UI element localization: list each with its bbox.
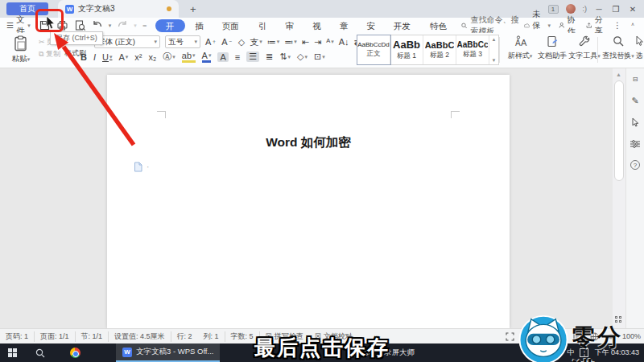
style-sample: AaBbCcDd bbox=[357, 41, 390, 48]
subscript-button[interactable]: x₂ bbox=[149, 52, 157, 62]
margin-mark bbox=[157, 111, 166, 118]
tab-home[interactable]: 开始 bbox=[155, 19, 186, 32]
font-size-select[interactable]: 五号 ▾ bbox=[165, 35, 200, 48]
pen-annotate-icon[interactable]: ✎ bbox=[630, 95, 641, 106]
find-replace-button[interactable]: 查找替换▾ bbox=[601, 35, 636, 61]
vertical-scrollbar[interactable]: ▲ bbox=[613, 68, 625, 328]
sort-button[interactable]: A↓ bbox=[339, 37, 349, 47]
margin-mark bbox=[451, 111, 460, 118]
bullet-list-button[interactable]: ≔▾ bbox=[267, 37, 280, 47]
text-layout-button[interactable]: 支▾ bbox=[250, 36, 262, 48]
scissors-icon: ✂ bbox=[39, 38, 45, 46]
chevron-down-icon: ▾ bbox=[27, 23, 31, 29]
scrollbar-thumb[interactable] bbox=[614, 80, 624, 181]
align-center-button[interactable]: ☰ bbox=[246, 51, 259, 62]
style-normal[interactable]: AaBbCcDd 正文 bbox=[357, 35, 390, 64]
find-replace-label: 查找替换 bbox=[602, 51, 631, 60]
justify-button[interactable]: ≣ bbox=[266, 51, 273, 62]
wps-writer-window: 首页 W 文字文稿3 + 1 :) ─ ❐ ✕ ☰ 文件 ▾ bbox=[0, 0, 644, 362]
font-color-button[interactable]: A▾ bbox=[202, 51, 212, 63]
scroll-up-icon[interactable]: ▲ bbox=[616, 72, 621, 77]
font-name-select[interactable]: 宋体 (正文) ▾ bbox=[94, 35, 160, 48]
superscript-button[interactable]: x² bbox=[134, 52, 142, 62]
chevron-down-icon: ▾ bbox=[191, 39, 197, 45]
save-button[interactable] bbox=[39, 19, 51, 31]
doc-assistant-button[interactable]: 文档助手 bbox=[535, 35, 570, 61]
tab-dev-tools[interactable]: 开发工具 bbox=[386, 19, 420, 32]
new-tab-button[interactable]: + bbox=[190, 3, 196, 15]
print-preview-button[interactable] bbox=[74, 19, 86, 31]
tab-page-layout[interactable]: 页面布局 bbox=[214, 19, 249, 32]
redo-button[interactable] bbox=[117, 20, 128, 31]
ribbon-tab-list: 开始 插入 页面布局 引用 审阅 视图 章节 安全 开发工具 特色功能 bbox=[155, 19, 456, 32]
increase-indent-button[interactable]: ⇥ bbox=[314, 37, 321, 47]
highlight-button[interactable]: ab▾ bbox=[182, 51, 196, 63]
bold-button[interactable]: B bbox=[80, 52, 87, 62]
style-heading3[interactable]: AaBbCc 标题 3 bbox=[456, 35, 489, 64]
decrease-indent-button[interactable]: ⇤ bbox=[302, 37, 309, 47]
clear-format-button[interactable]: ◇ bbox=[238, 37, 245, 47]
search-icon bbox=[461, 22, 467, 30]
document-tab[interactable]: W 文字文稿3 bbox=[58, 0, 179, 18]
style-sample: AaBbC bbox=[425, 40, 455, 50]
character-shading-button[interactable]: A bbox=[217, 52, 228, 62]
image-anchor[interactable]: · bbox=[134, 162, 149, 172]
style-label: 标题 2 bbox=[430, 51, 449, 60]
style-heading2[interactable]: AaBbC 标题 2 bbox=[423, 35, 456, 64]
more-options-icon[interactable]: ⋮ bbox=[613, 21, 621, 30]
phonetic-guide-button[interactable]: Ⓐ▾ bbox=[163, 51, 175, 63]
copy-button[interactable]: ⧉ 复制 bbox=[39, 48, 61, 60]
clipboard-icon bbox=[14, 35, 28, 51]
character-scale-button[interactable]: ᴬ▾ bbox=[326, 37, 334, 47]
wrench-icon bbox=[579, 35, 591, 47]
font-size-value: 五号 bbox=[168, 37, 184, 47]
home-tab-label: 首页 bbox=[19, 3, 35, 14]
undo-button[interactable] bbox=[92, 20, 103, 31]
style-label: 标题 1 bbox=[397, 51, 416, 61]
decrease-font-button[interactable]: A－ bbox=[221, 37, 233, 47]
new-style-button[interactable]: AA 新样式▾ bbox=[502, 35, 538, 61]
paragraph-shading-button[interactable]: ◇▾ bbox=[297, 51, 308, 62]
copy-label: 复制 bbox=[46, 50, 60, 58]
font-name-value: 宋体 (正文) bbox=[97, 37, 135, 47]
new-style-label: 新样式 bbox=[508, 51, 530, 60]
svg-text:A: A bbox=[521, 38, 527, 47]
gallery-scroll-down-icon[interactable]: ▼ bbox=[492, 58, 497, 63]
document-area: Word 如何加密 · ▲ ⊟ ✎ ? bbox=[0, 68, 644, 328]
tab-review[interactable]: 审阅 bbox=[278, 19, 303, 32]
paste-button[interactable]: 粘贴▾ bbox=[6, 35, 35, 64]
wps-doc-icon: W bbox=[65, 5, 74, 14]
align-left-button[interactable]: ≡ bbox=[235, 52, 240, 62]
customize-quickbar-icon[interactable]: ≂ bbox=[142, 23, 147, 29]
select-button[interactable]: 选 bbox=[633, 35, 644, 61]
undo-dropdown-icon[interactable]: ▾ bbox=[109, 23, 112, 29]
strikethrough-button[interactable]: A▾ bbox=[118, 52, 128, 62]
style-heading1[interactable]: AaBb 标题 1 bbox=[390, 35, 423, 64]
magnifier-icon bbox=[613, 35, 625, 47]
help-icon[interactable]: ? bbox=[630, 160, 640, 170]
pointer-icon[interactable] bbox=[630, 117, 641, 128]
document-page[interactable]: Word 如何加密 · bbox=[107, 75, 510, 328]
line-spacing-button[interactable]: ⇅▾ bbox=[279, 51, 291, 62]
italic-button[interactable]: I bbox=[93, 52, 96, 62]
collapse-ribbon-icon[interactable]: ＾ bbox=[630, 21, 636, 30]
document-title-text[interactable]: Word 如何加密 bbox=[107, 134, 510, 151]
settings-sliders-icon[interactable] bbox=[630, 138, 641, 150]
tab-security[interactable]: 安全 bbox=[358, 19, 384, 32]
tab-insert[interactable]: 插入 bbox=[187, 19, 213, 32]
print-button[interactable] bbox=[56, 19, 68, 31]
border-button[interactable]: ⊡▾ bbox=[314, 51, 325, 62]
tab-view[interactable]: 视图 bbox=[304, 19, 330, 32]
increase-font-button[interactable]: A＋ bbox=[205, 37, 217, 47]
svg-text:A: A bbox=[515, 39, 521, 47]
redo-dropdown-icon[interactable]: ▾ bbox=[134, 23, 137, 29]
tab-section[interactable]: 章节 bbox=[332, 19, 357, 32]
tab-special-features[interactable]: 特色功能 bbox=[422, 19, 456, 32]
ruler-toggle-icon[interactable]: ⊟ bbox=[630, 73, 641, 84]
tab-references[interactable]: 引用 bbox=[250, 19, 276, 32]
paste-label: 粘贴 bbox=[12, 54, 27, 63]
gallery-scroll-up-icon[interactable]: ▲ bbox=[492, 37, 497, 42]
number-list-button[interactable]: ≕▾ bbox=[284, 37, 297, 47]
underline-button[interactable]: U▾ bbox=[102, 52, 112, 62]
doc-assistant-label: 文档助手 bbox=[538, 51, 567, 60]
